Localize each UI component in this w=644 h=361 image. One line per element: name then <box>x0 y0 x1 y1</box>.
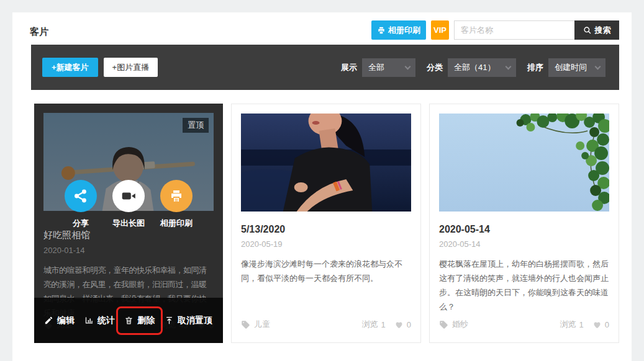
album-print-circle-button[interactable]: 相册印刷 <box>153 180 201 229</box>
share-button[interactable]: 分享 <box>57 180 105 229</box>
pinned-badge: 置顶 <box>183 118 209 133</box>
edit-label: 编辑 <box>57 315 75 326</box>
export-long-image-button[interactable]: 导出长图 <box>105 180 153 229</box>
album-card: 5/13/2020 2020-05-19 像漫步海滨沙滩时每一个袭来的浪花都与众… <box>231 104 421 343</box>
views-label: 浏览 <box>362 319 378 330</box>
edit-button[interactable]: 编辑 <box>44 315 75 326</box>
views-label: 浏览 <box>560 319 576 330</box>
album-title: 2020-05-14 <box>439 224 609 235</box>
tag-icon <box>241 320 250 329</box>
search-input[interactable] <box>454 20 574 40</box>
sort-filter-value: 创建时间 <box>555 62 587 73</box>
filter-label-category: 分类 <box>427 62 443 73</box>
leaves-photo-illustration <box>439 114 609 212</box>
video-icon <box>120 188 137 204</box>
album-title: 5/13/2020 <box>241 224 411 235</box>
album-date: 2020-05-19 <box>241 239 411 249</box>
delete-label: 删除 <box>137 315 155 326</box>
album-description: 像漫步海滨沙滩时每一个袭来的浪花都与众不同，看似平淡的每一天都会有所不同。 <box>241 257 411 285</box>
album-title: 好吃照相馆 <box>43 230 214 241</box>
category-filter-select[interactable]: 全部（41） <box>448 58 516 77</box>
album-photo[interactable] <box>241 114 411 212</box>
export-long-image-label: 导出长图 <box>112 218 145 229</box>
heart-icon <box>592 320 602 329</box>
album-footer: 儿童 浏览1 0 <box>241 319 411 330</box>
album-card: 2020-05-14 2020-05-14 樱花飘落在屋顶上，幼年的白杨摇摆而歌… <box>429 104 619 343</box>
pencil-icon <box>44 316 53 325</box>
unpin-button[interactable]: 取消置顶 <box>165 315 212 326</box>
card-action-bar: 编辑 统计 删除 <box>34 298 223 343</box>
delete-button[interactable]: 删除 <box>124 315 155 326</box>
album-date: 2020-05-14 <box>439 239 609 249</box>
chevron-down-icon <box>595 63 601 69</box>
hover-action-row: 分享 导出长图 相册印刷 <box>34 180 223 229</box>
photo-live-button[interactable]: +图片直播 <box>104 58 158 77</box>
album-card-pinned: 置顶 分享 导出长图 <box>34 104 223 343</box>
views-count: 1 <box>381 320 386 329</box>
printer-icon <box>377 26 386 35</box>
album-description: 樱花飘落在屋顶上，幼年的白杨摇摆而歌，然后这有了清锐的笑声，就连墙外的行人也会闻… <box>439 257 609 314</box>
filter-bar: 展示 全部 分类 全部（41） 排序 创建时间 <box>330 58 605 77</box>
content-panel: 客片 相册印刷 VIP 搜索 +新建客片 +图片直播 展示 全部 <box>12 12 632 361</box>
chart-icon <box>84 316 94 325</box>
chevron-down-icon <box>405 63 411 69</box>
search-box: 搜索 <box>454 20 619 40</box>
album-photo[interactable] <box>439 114 609 212</box>
stats-label: 统计 <box>98 315 115 326</box>
category-filter-value: 全部（41） <box>454 62 495 73</box>
search-button-label: 搜索 <box>595 25 611 36</box>
search-button[interactable]: 搜索 <box>574 20 619 40</box>
tag-icon <box>439 320 448 329</box>
vip-badge[interactable]: VIP <box>431 20 449 40</box>
display-filter-value: 全部 <box>368 62 384 73</box>
woman-photo-illustration <box>241 114 411 212</box>
album-date: 2020-01-14 <box>43 246 214 255</box>
album-tag: 儿童 <box>254 319 270 330</box>
page-title: 客片 <box>30 26 48 38</box>
unpin-icon <box>165 316 174 325</box>
toolbar: +新建客片 +图片直播 展示 全部 分类 全部（41） 排序 创建时间 <box>31 45 619 90</box>
likes-count: 0 <box>605 320 609 329</box>
sort-filter-select[interactable]: 创建时间 <box>548 58 605 77</box>
share-label: 分享 <box>73 218 89 229</box>
header-controls: 相册印刷 VIP 搜索 <box>371 20 619 40</box>
display-filter-select[interactable]: 全部 <box>362 58 415 77</box>
search-icon <box>583 26 592 35</box>
card-grid: 置顶 分享 导出长图 <box>34 104 619 343</box>
heart-icon <box>394 320 404 329</box>
views-count: 1 <box>579 320 584 329</box>
chevron-down-icon <box>506 63 512 69</box>
album-tag: 婚纱 <box>452 319 468 330</box>
filter-label-sort: 排序 <box>527 62 543 73</box>
album-print-button[interactable]: 相册印刷 <box>371 20 426 40</box>
filter-label-display: 展示 <box>341 62 357 73</box>
likes-count: 0 <box>407 320 411 329</box>
new-album-button[interactable]: +新建客片 <box>42 58 98 77</box>
share-icon <box>73 188 89 204</box>
printer-icon <box>169 189 184 203</box>
album-print-circle-label: 相册印刷 <box>160 218 193 229</box>
trash-icon <box>124 316 134 325</box>
stats-button[interactable]: 统计 <box>84 315 115 326</box>
unpin-label: 取消置顶 <box>178 315 212 326</box>
album-print-label: 相册印刷 <box>388 25 420 36</box>
album-footer: 婚纱 浏览1 0 <box>439 319 609 330</box>
